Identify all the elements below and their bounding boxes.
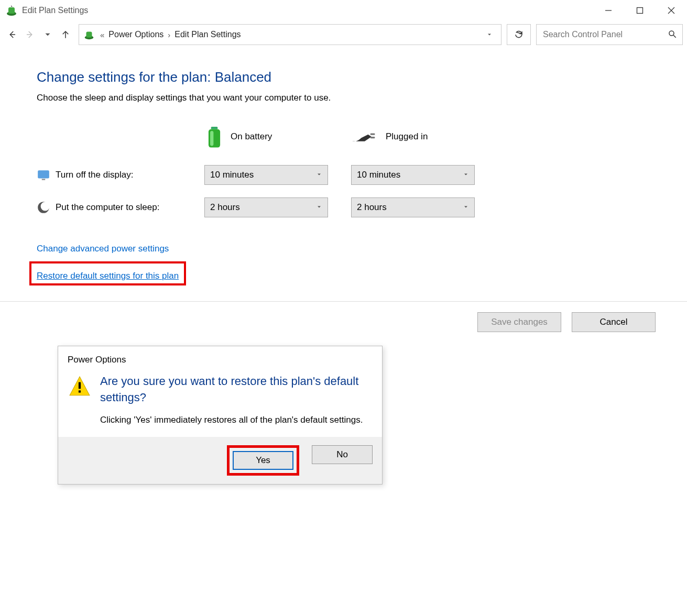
chevron-right-icon[interactable]: ›	[166, 30, 172, 39]
row-display-label: Turn off the display:	[56, 170, 133, 180]
window-controls	[593, 0, 687, 21]
row-sleep: Put the computer to sleep: 2 hours 2 hou…	[37, 197, 687, 217]
nav-toolbar: « Power Options › Edit Plan Settings	[0, 21, 687, 48]
svg-point-11	[669, 31, 674, 36]
display-icon	[37, 168, 50, 182]
power-options-small-icon	[83, 29, 95, 40]
moon-icon	[37, 201, 50, 214]
display-battery-value: 10 minutes	[210, 170, 254, 180]
breadcrumb-1[interactable]: Power Options	[106, 30, 166, 39]
plug-icon	[351, 129, 379, 145]
svg-rect-17	[370, 137, 375, 138]
breadcrumb-2[interactable]: Edit Plan Settings	[172, 30, 243, 39]
minimize-button[interactable]	[593, 0, 624, 21]
titlebar: Edit Plan Settings	[0, 0, 687, 21]
col-battery-label: On battery	[231, 131, 272, 142]
row-display: Turn off the display: 10 minutes 10 minu…	[37, 165, 687, 185]
link-restore-defaults[interactable]: Restore default settings for this plan	[37, 271, 179, 281]
maximize-button[interactable]	[624, 0, 656, 21]
display-battery-combo[interactable]: 10 minutes	[204, 165, 328, 185]
svg-rect-3	[637, 8, 643, 14]
svg-rect-1	[8, 7, 15, 14]
svg-rect-10	[86, 32, 92, 38]
display-plugged-combo[interactable]: 10 minutes	[351, 165, 475, 185]
power-options-icon	[5, 4, 18, 17]
window-title: Edit Plan Settings	[22, 6, 88, 15]
breadcrumb-overflow[interactable]: «	[98, 30, 106, 39]
sleep-plugged-combo[interactable]: 2 hours	[351, 197, 475, 217]
search-input[interactable]	[542, 29, 668, 40]
col-plugged-label: Plugged in	[386, 131, 428, 142]
back-button[interactable]	[4, 26, 20, 43]
battery-icon	[204, 124, 224, 149]
sleep-plugged-value: 2 hours	[357, 202, 387, 213]
refresh-button[interactable]	[507, 24, 531, 45]
svg-rect-16	[370, 134, 375, 135]
chevron-down-icon	[316, 202, 322, 213]
page-heading: Change settings for the plan: Balanced	[37, 69, 687, 85]
chevron-down-icon	[463, 202, 469, 213]
content-area: Change settings for the plan: Balanced C…	[0, 48, 687, 285]
search-icon[interactable]	[668, 29, 677, 40]
sleep-battery-value: 2 hours	[210, 202, 240, 213]
svg-point-21	[41, 202, 50, 211]
sleep-battery-combo[interactable]: 2 hours	[204, 197, 328, 217]
restore-highlight: Restore default settings for this plan	[29, 261, 186, 285]
column-headers: On battery Plugged in	[37, 124, 687, 149]
cancel-button[interactable]: Cancel	[572, 312, 656, 332]
search-box[interactable]	[536, 24, 683, 45]
svg-rect-15	[210, 131, 213, 146]
svg-rect-19	[42, 179, 46, 180]
bottom-buttons: Save changes Cancel	[0, 302, 687, 332]
svg-rect-18	[38, 170, 49, 178]
display-plugged-value: 10 minutes	[357, 170, 400, 180]
chevron-down-icon	[316, 170, 322, 180]
page-subtext: Choose the sleep and display settings th…	[37, 93, 687, 103]
save-button[interactable]: Save changes	[477, 312, 561, 332]
close-button[interactable]	[656, 0, 687, 21]
chevron-down-icon	[463, 170, 469, 180]
svg-line-12	[673, 35, 676, 38]
svg-rect-13	[211, 127, 218, 129]
address-dropdown[interactable]	[482, 30, 497, 39]
address-bar[interactable]: « Power Options › Edit Plan Settings	[79, 24, 501, 45]
recent-dropdown[interactable]	[40, 26, 56, 43]
row-sleep-label: Put the computer to sleep:	[56, 202, 159, 213]
link-advanced-settings[interactable]: Change advanced power settings	[37, 244, 169, 254]
up-button[interactable]	[58, 26, 73, 43]
forward-button[interactable]	[22, 26, 38, 43]
